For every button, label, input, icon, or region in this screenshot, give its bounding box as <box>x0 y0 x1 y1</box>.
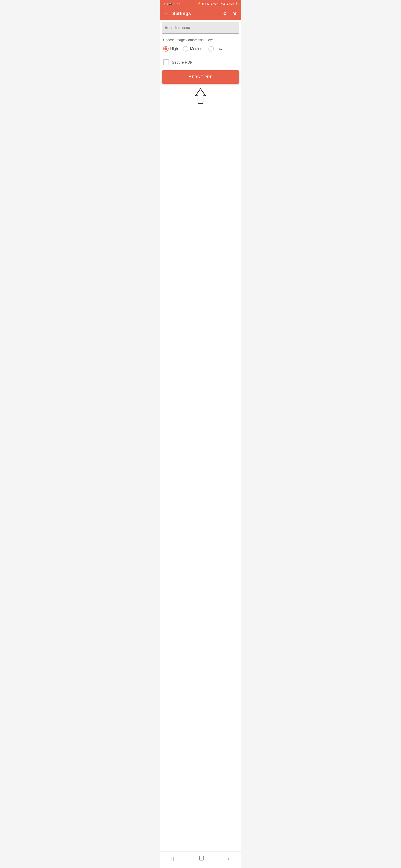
merge-pdf-button[interactable]: MERGE PDF <box>162 70 239 84</box>
radio-option-low[interactable]: Low <box>208 46 223 52</box>
content-spacer <box>160 111 241 153</box>
app-bar: ← Settings ⚙ ♛ <box>160 7 241 20</box>
secure-pdf-label: Secure PDF <box>172 60 192 65</box>
secure-pdf-row[interactable]: Secure PDF <box>160 56 241 70</box>
status-time: 9:10 <box>163 2 168 5</box>
nav-home-icon <box>199 856 204 862</box>
radio-label-low: Low <box>216 47 223 51</box>
back-button[interactable]: ← <box>163 10 169 17</box>
page-title: Settings <box>172 11 191 16</box>
radio-option-high[interactable]: High <box>163 46 178 52</box>
back-icon: ← <box>164 11 169 16</box>
status-signal-icons: 🔑 ⏰ VoLTE 4G+ .↓ VoLTE <box>197 2 228 5</box>
file-name-input[interactable] <box>165 26 236 30</box>
radio-outer-low <box>208 46 214 52</box>
status-icons: 📷 ➤ ✓ • <box>169 2 180 5</box>
radio-outer-high <box>163 46 169 52</box>
nav-home-button[interactable] <box>194 854 209 864</box>
status-left: 9:10 📷 ➤ ✓ • <box>163 2 180 5</box>
compression-radio-group: High Medium Low <box>160 44 241 56</box>
compression-section-label: Choose Image Compression Level <box>160 34 241 44</box>
radio-option-medium[interactable]: Medium <box>183 46 203 52</box>
radio-label-medium: Medium <box>190 47 203 51</box>
status-battery: 50% <box>229 2 234 5</box>
main-content: Choose Image Compression Level High Medi… <box>160 20 241 851</box>
secure-pdf-checkbox[interactable] <box>163 59 169 65</box>
radio-label-high: High <box>170 47 178 51</box>
app-bar-left: ← Settings <box>163 10 191 17</box>
nav-recent-icon: ||| <box>171 857 176 861</box>
svg-rect-1 <box>199 856 204 860</box>
status-bar: 9:10 📷 ➤ ✓ • 🔑 ⏰ VoLTE 4G+ .↓ VoLTE 50% … <box>160 0 241 7</box>
arrow-indicator <box>160 86 241 111</box>
svg-marker-0 <box>196 89 205 104</box>
crown-icon: ♛ <box>233 11 237 16</box>
status-right: 🔑 ⏰ VoLTE 4G+ .↓ VoLTE 50% 🔋 <box>197 2 238 5</box>
gear-icon: ⚙ <box>223 11 227 16</box>
radio-inner-high <box>164 48 167 50</box>
file-name-container <box>162 22 239 34</box>
radio-outer-medium <box>183 46 189 52</box>
app-bar-right: ⚙ ♛ <box>222 10 238 17</box>
nav-back-icon: < <box>227 857 230 861</box>
nav-bar: ||| < <box>160 851 241 868</box>
settings-button[interactable]: ⚙ <box>222 10 228 17</box>
arrow-up-icon <box>194 88 207 104</box>
premium-button[interactable]: ♛ <box>232 10 238 17</box>
battery-icon: 🔋 <box>235 2 238 5</box>
nav-recent-button[interactable]: ||| <box>166 855 181 863</box>
nav-back-button[interactable]: < <box>222 855 235 863</box>
merge-btn-container: MERGE PDF <box>160 70 241 86</box>
